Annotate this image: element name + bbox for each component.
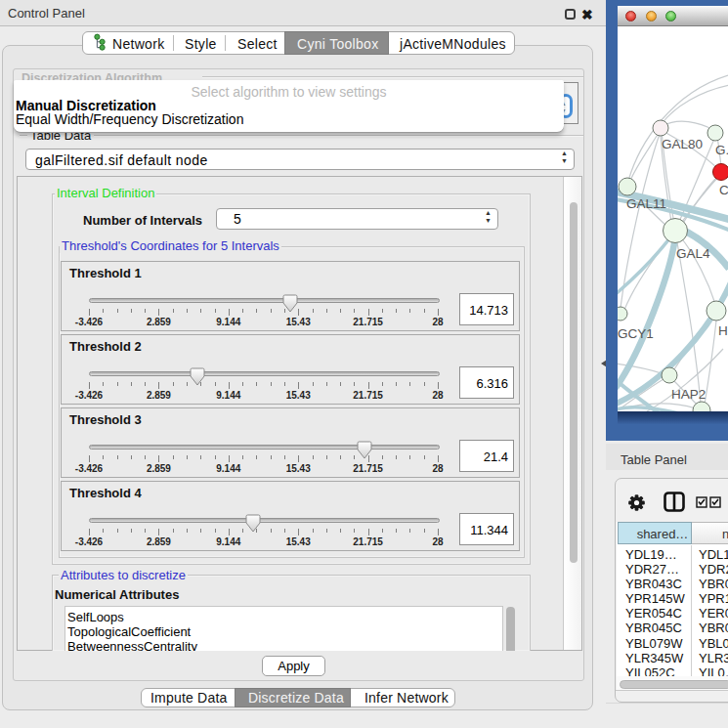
svg-text:GAL80: GAL80 xyxy=(662,137,703,151)
svg-text:GCY1: GCY1 xyxy=(618,326,654,341)
svg-text:G.: G. xyxy=(715,143,728,157)
svg-text:GAL4: GAL4 xyxy=(676,246,710,261)
svg-text:GAL11: GAL11 xyxy=(626,196,666,211)
svg-text:H: H xyxy=(718,323,728,338)
svg-text:C: C xyxy=(719,183,728,197)
svg-text:HAP2: HAP2 xyxy=(671,387,706,402)
